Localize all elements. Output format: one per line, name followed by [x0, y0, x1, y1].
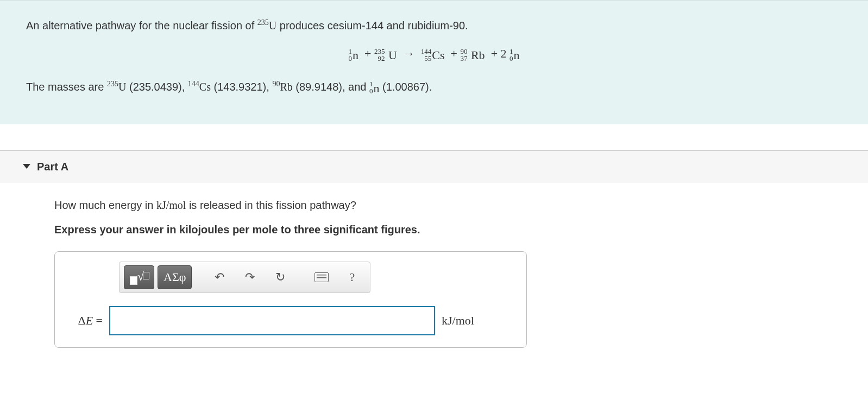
product-neutron: 10n	[510, 45, 520, 64]
product-rubidium: 9037 Rb	[460, 45, 485, 64]
redo-button[interactable]: ↷	[236, 265, 263, 289]
intro-prefix: An alternative pathway for the nuclear f…	[26, 20, 257, 31]
equation-toolbar: √ ΑΣφ ↶ ↷ ↻ ?	[119, 262, 370, 293]
help-icon: ?	[350, 270, 355, 284]
mass-rb: 90Rb	[272, 81, 292, 93]
nuclear-equation: 10n + 23592 U → 14455Cs + 9037 Rb + 2 10…	[26, 44, 842, 65]
answer-widget: √ ΑΣφ ↶ ↷ ↻ ? ΔE = kJ/mol	[54, 251, 527, 348]
masses-text: The masses are 235U (235.0439), 144Cs (1…	[26, 78, 842, 97]
undo-icon: ↶	[215, 270, 224, 284]
intro-text: An alternative pathway for the nuclear f…	[26, 17, 842, 34]
problem-statement: An alternative pathway for the nuclear f…	[0, 0, 868, 124]
intro-suffix: produces cesium-144 and rubidium-90.	[280, 20, 468, 31]
template-button[interactable]: √	[124, 265, 154, 289]
isotope-u235-inline: 235U	[257, 20, 276, 31]
part-label: Part A	[37, 161, 68, 173]
help-button[interactable]: ?	[338, 265, 366, 289]
mass-n: 10n	[369, 79, 380, 97]
keyboard-button[interactable]	[308, 265, 335, 289]
answer-instruction: Express your answer in kilojoules per mo…	[54, 224, 842, 236]
keyboard-icon	[315, 272, 329, 282]
reset-button[interactable]: ↻	[267, 265, 294, 289]
question-body: How much energy in kJ/mol is released in…	[0, 183, 868, 364]
answer-prefix: ΔE =	[65, 314, 103, 328]
unit-inline: kJ/mol	[156, 199, 186, 211]
greek-button[interactable]: ΑΣφ	[158, 265, 192, 289]
template-icon: √	[130, 270, 148, 285]
answer-unit: kJ/mol	[442, 314, 474, 328]
chevron-down-icon[interactable]	[23, 164, 30, 169]
reactant-neutron: 10n	[348, 45, 358, 64]
reset-icon: ↻	[275, 270, 285, 284]
question-text: How much energy in kJ/mol is released in…	[54, 199, 842, 212]
reactant-uranium: 23592 U	[374, 45, 397, 64]
redo-icon: ↷	[245, 270, 255, 284]
masses-prefix: The masses are	[26, 81, 107, 93]
mass-cs: 144Cs	[188, 81, 211, 93]
product-cesium: 14455Cs	[421, 45, 445, 64]
undo-button[interactable]: ↶	[206, 265, 233, 289]
mass-u: 235U	[107, 81, 126, 93]
part-header[interactable]: Part A	[0, 150, 868, 183]
answer-row: ΔE = kJ/mol	[65, 306, 517, 335]
answer-input[interactable]	[109, 306, 435, 335]
